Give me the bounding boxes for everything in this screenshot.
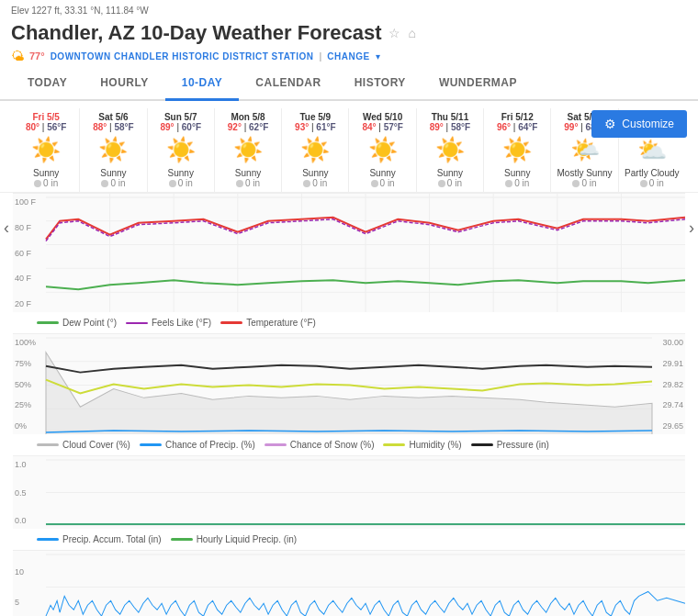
- day-condition: Sunny: [15, 168, 77, 178]
- chart2-legend: Cloud Cover (%) Chance of Precip. (%) Ch…: [0, 434, 698, 455]
- day-precip: 0 in: [486, 178, 548, 188]
- legend-cloud: Cloud Cover (%): [37, 440, 130, 450]
- pipe-separator: |: [320, 50, 322, 62]
- day-label: Sun 5/7: [150, 112, 212, 122]
- customize-button[interactable]: ⚙ Customize: [591, 110, 687, 138]
- sun-small-icon: 🌤: [11, 49, 24, 63]
- day-temps: 84° | 57°F: [351, 122, 413, 132]
- day-col-3: Mon 5/8 92° | 62°F ☀️ Sunny 0 in: [214, 108, 281, 192]
- day-col-2: Sun 5/7 89° | 60°F ☀️ Sunny 0 in: [147, 108, 214, 192]
- day-col-4: Tue 5/9 93° | 61°F ☀️ Sunny 0 in: [281, 108, 348, 192]
- page-title: Chandler, AZ 10-Day Weather Forecast: [11, 21, 381, 45]
- day-condition: Sunny: [419, 168, 481, 178]
- nav-tabs: TODAY HOURLY 10-DAY CALENDAR HISTORY WUN…: [0, 67, 698, 101]
- chart3-yaxis: 1.0 0.5 0.0: [13, 456, 46, 529]
- day-temps: 92° | 62°F: [217, 122, 279, 132]
- day-icon: ⛅: [621, 136, 683, 164]
- day-precip: 0 in: [284, 178, 346, 188]
- home-icon[interactable]: ⌂: [408, 26, 415, 40]
- legend-humidity: Humidity (%): [383, 440, 461, 450]
- day-condition: Sunny: [150, 168, 212, 178]
- day-col-6: Thu 5/11 89° | 58°F ☀️ Sunny 0 in: [416, 108, 483, 192]
- temperature-chart: 100 F 80 F 60 F 40 F 20 F: [13, 193, 685, 312]
- chart2-yaxis: 100% 75% 50% 25% 0%: [13, 334, 46, 434]
- chart3-svg-area: [46, 456, 685, 529]
- day-col-1: Sat 5/6 88° | 58°F ☀️ Sunny 0 in: [79, 108, 146, 192]
- next-arrow[interactable]: ›: [685, 211, 698, 245]
- chart4-yaxis: 10 5: [13, 551, 46, 616]
- legend-temperature: Temperature (°F): [220, 318, 316, 328]
- chart3-legend: Precip. Accum. Total (in) Hourly Liquid …: [0, 529, 698, 550]
- star-icon[interactable]: ☆: [388, 26, 400, 40]
- tab-history[interactable]: HISTORY: [338, 67, 422, 101]
- tab-hourly[interactable]: HOURLY: [84, 67, 165, 101]
- chart2-svg-area: [46, 334, 652, 434]
- tab-wundermap[interactable]: WUNDERMAP: [422, 67, 534, 101]
- day-icon: ☀️: [150, 136, 212, 164]
- day-label: Mon 5/8: [217, 112, 279, 122]
- tab-10day[interactable]: 10-DAY: [165, 67, 240, 101]
- day-condition: Sunny: [217, 168, 279, 178]
- station-link[interactable]: DOWNTOWN CHANDLER HISTORIC DISTRICT STAT…: [51, 51, 314, 62]
- day-condition: Partly Cloudy: [621, 168, 683, 178]
- day-precip: 0 in: [419, 178, 481, 188]
- top-bar: Elev 1227 ft, 33.31 °N, 111.84 °W Chandl…: [0, 0, 698, 67]
- day-icon: ☀️: [82, 136, 144, 164]
- day-temps: 89° | 58°F: [419, 122, 481, 132]
- day-condition: Sunny: [284, 168, 346, 178]
- gear-icon: ⚙: [604, 117, 616, 131]
- day-temps: 89° | 60°F: [150, 122, 212, 132]
- day-condition: Sunny: [351, 168, 413, 178]
- day-label: Fri 5/5: [15, 112, 77, 122]
- day-col-7: Fri 5/12 96° | 64°F ☀️ Sunny 0 in: [483, 108, 550, 192]
- temperature-badge: 77°: [29, 50, 45, 62]
- legend-hourly-precip: Hourly Liquid Precip. (in): [171, 534, 298, 544]
- day-icon: ☀️: [15, 136, 77, 164]
- chart1-legend: Dew Point (°) Feels Like (°F) Temperatur…: [0, 312, 698, 333]
- day-col-0: Fri 5/5 80° | 56°F ☀️ Sunny 0 in: [13, 108, 79, 192]
- day-icon: ☀️: [217, 136, 279, 164]
- day-temps: 96° | 64°F: [486, 122, 548, 132]
- customize-label: Customize: [622, 118, 674, 130]
- day-precip: 0 in: [621, 178, 683, 188]
- elev-info: Elev 1227 ft, 33.31 °N, 111.84 °W: [0, 0, 698, 16]
- tab-today[interactable]: TODAY: [11, 67, 84, 101]
- day-label: Fri 5/12: [486, 112, 548, 122]
- legend-snow: Chance of Snow (%): [265, 440, 375, 450]
- tab-calendar[interactable]: CALENDAR: [239, 67, 337, 101]
- day-condition: Mostly Sunny: [553, 168, 615, 178]
- legend-pressure: Pressure (in): [471, 440, 549, 450]
- prev-arrow[interactable]: ‹: [0, 211, 13, 245]
- day-temps: 88° | 58°F: [82, 122, 144, 132]
- day-precip: 0 in: [150, 178, 212, 188]
- day-precip: 0 in: [15, 178, 77, 188]
- precip-accum-chart: 1.0 0.5 0.0: [13, 455, 685, 529]
- day-label: Tue 5/9: [284, 112, 346, 122]
- legend-precip-accum: Precip. Accum. Total (in): [37, 534, 162, 544]
- day-icon: ☀️: [419, 136, 481, 164]
- chevron-down-icon: ▾: [376, 51, 380, 62]
- day-temps: 93° | 61°F: [284, 122, 346, 132]
- day-condition: Sunny: [486, 168, 548, 178]
- hourly-precip-chart: 10 5: [13, 550, 685, 616]
- day-label: Sat 5/6: [82, 112, 144, 122]
- day-precip: 0 in: [217, 178, 279, 188]
- legend-feels-like: Feels Like (°F): [126, 318, 211, 328]
- chart1-svg-area: [46, 194, 685, 312]
- day-precip: 0 in: [82, 178, 144, 188]
- day-icon: ☀️: [284, 136, 346, 164]
- day-temps: 80° | 56°F: [15, 122, 77, 132]
- chart4-svg-area: [46, 551, 685, 616]
- day-icon: ☀️: [351, 136, 413, 164]
- chart1-yaxis: 100 F 80 F 60 F 40 F 20 F: [13, 194, 46, 312]
- day-label: Thu 5/11: [419, 112, 481, 122]
- legend-dew-point: Dew Point (°): [37, 318, 117, 328]
- change-link[interactable]: CHANGE: [327, 51, 369, 62]
- day-condition: Sunny: [82, 168, 144, 178]
- weather-chart: 100% 75% 50% 25% 0% 30.00 29.91 29.82 29…: [13, 333, 685, 434]
- day-icon: ☀️: [486, 136, 548, 164]
- day-precip: 0 in: [553, 178, 615, 188]
- day-precip: 0 in: [351, 178, 413, 188]
- day-label: Wed 5/10: [351, 112, 413, 122]
- day-col-5: Wed 5/10 84° | 57°F ☀️ Sunny 0 in: [348, 108, 415, 192]
